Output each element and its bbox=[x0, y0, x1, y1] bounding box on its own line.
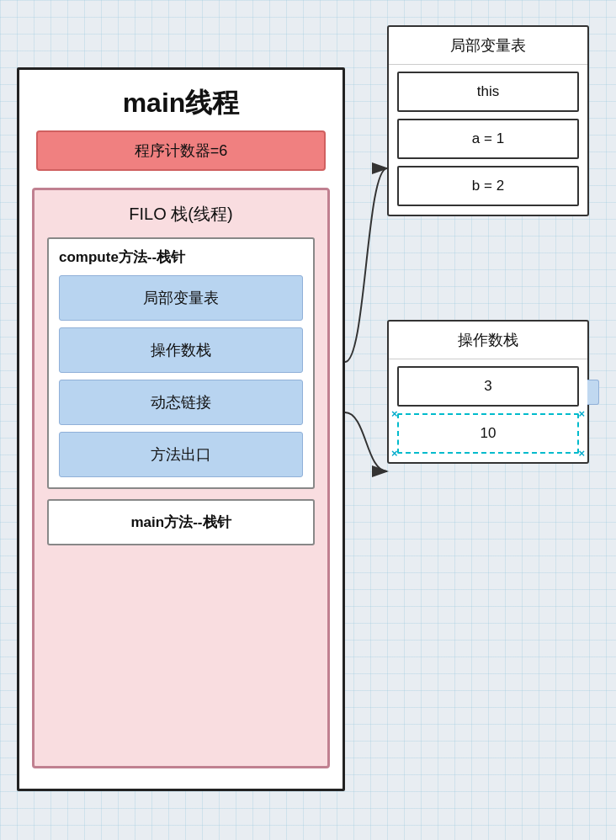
local-var-panel: 局部变量表 this a = 1 b = 2 bbox=[387, 25, 589, 216]
corner-tr-icon: × bbox=[578, 407, 585, 420]
local-var-item: 局部变量表 bbox=[59, 275, 303, 321]
operand-row-10-highlighted: × × × × 10 bbox=[397, 413, 579, 454]
main-frame: main方法--栈针 bbox=[47, 499, 315, 545]
operand-stack-panel: 操作数栈 3 × × × × 10 bbox=[387, 320, 589, 464]
arrow-local-var bbox=[345, 168, 387, 362]
compute-frame: compute方法--栈针 局部变量表 操作数栈 动态链接 方法出口 bbox=[47, 237, 315, 489]
operand-stack-panel-title: 操作数栈 bbox=[389, 322, 587, 359]
local-var-panel-title: 局部变量表 bbox=[389, 27, 587, 65]
program-counter: 程序计数器=6 bbox=[36, 130, 326, 171]
operand-value-10: 10 bbox=[481, 425, 497, 441]
dynamic-link-item: 动态链接 bbox=[59, 380, 303, 425]
operand-stack-item: 操作数栈 bbox=[59, 327, 303, 373]
panel-handle bbox=[587, 380, 599, 405]
var-row-this: this bbox=[397, 72, 579, 112]
main-thread-container: main线程 程序计数器=6 FILO 栈(线程) compute方法--栈针 … bbox=[17, 67, 345, 791]
operand-row-3: 3 bbox=[397, 366, 579, 407]
filo-stack-box: FILO 栈(线程) compute方法--栈针 局部变量表 操作数栈 动态链接… bbox=[32, 188, 330, 768]
filo-stack-title: FILO 栈(线程) bbox=[47, 199, 315, 226]
var-row-a: a = 1 bbox=[397, 119, 579, 159]
corner-bl-icon: × bbox=[391, 447, 398, 460]
arrow-operand-stack bbox=[345, 412, 387, 471]
corner-tl-icon: × bbox=[391, 407, 398, 420]
compute-frame-title: compute方法--栈针 bbox=[59, 247, 303, 267]
main-thread-title: main线程 bbox=[19, 70, 343, 130]
corner-br-icon: × bbox=[578, 447, 585, 460]
main-frame-title: main方法--栈针 bbox=[59, 513, 303, 532]
method-exit-item: 方法出口 bbox=[59, 432, 303, 477]
var-row-b: b = 2 bbox=[397, 166, 579, 206]
